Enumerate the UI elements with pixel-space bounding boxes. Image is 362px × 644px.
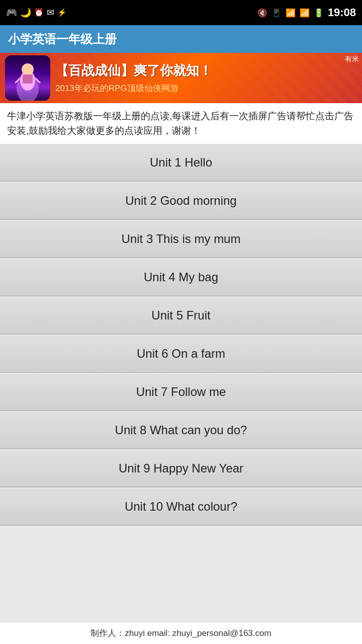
app-description: 牛津小学英语苏教版一年级上册的点读,每课进入后有一次插屏广告请帮忙点击广告安装,… — [0, 103, 362, 144]
unit-button-1[interactable]: Unit 1 Hello — [0, 144, 362, 182]
unit-button-8[interactable]: Unit 8 What can you do? — [0, 412, 362, 449]
unit-button-9[interactable]: Unit 9 Happy New Year — [0, 450, 362, 488]
svg-rect-3 — [23, 74, 33, 84]
sim-icon: 📱 — [272, 8, 282, 18]
ad-image — [5, 55, 50, 101]
ad-subtitle: 2013年必玩的RPG顶级仙侠网游 — [55, 83, 362, 94]
ad-banner[interactable]: 【百战成仙】爽了你就知！ 2013年必玩的RPG顶级仙侠网游 有米 — [0, 53, 362, 103]
unit-button-3[interactable]: Unit 3 This is my mum — [0, 221, 362, 258]
app-icon-1: 🎮 — [6, 7, 17, 18]
unit-button-5[interactable]: Unit 5 Fruit — [0, 297, 362, 335]
status-time: 19:08 — [328, 6, 356, 19]
unit-button-10[interactable]: Unit 10 What colour? — [0, 489, 362, 526]
svg-point-2 — [22, 63, 34, 75]
app-title: 小学英语一年级上册 — [8, 31, 117, 47]
battery-icon: 🔋 — [314, 8, 324, 18]
wifi-icon: 📶 — [286, 8, 296, 18]
usb-icon: ⚡ — [57, 8, 67, 17]
unit-button-4[interactable]: Unit 4 My bag — [0, 259, 362, 296]
ad-title: 【百战成仙】爽了你就知！ — [55, 62, 362, 79]
clock-icon: ⏰ — [34, 8, 44, 17]
status-left-icons: 🎮 🌙 ⏰ ✉ ⚡ — [6, 7, 67, 18]
unit-button-7[interactable]: Unit 7 Follow me — [0, 374, 362, 411]
signal-icon: 📶 — [300, 8, 310, 18]
mail-icon: ✉ — [47, 7, 54, 18]
status-bar: 🎮 🌙 ⏰ ✉ ⚡ 🔇 📱 📶 📶 🔋 19:08 — [0, 0, 362, 25]
unit-button-6[interactable]: Unit 6 On a farm — [0, 336, 362, 373]
unit-list: Unit 1 HelloUnit 2 Good morningUnit 3 Th… — [0, 144, 362, 622]
moon-icon: 🌙 — [20, 7, 31, 18]
title-bar: 小学英语一年级上册 — [0, 25, 362, 53]
status-right-icons: 🔇 📱 📶 📶 🔋 19:08 — [257, 6, 356, 19]
ad-text: 【百战成仙】爽了你就知！ 2013年必玩的RPG顶级仙侠网游 — [55, 62, 362, 94]
mute-icon: 🔇 — [257, 8, 267, 18]
footer: 制作人：zhuyi email: zhuyi_personal@163.com — [0, 622, 362, 644]
unit-button-2[interactable]: Unit 2 Good morning — [0, 183, 362, 220]
ad-badge: 有米 — [345, 55, 359, 64]
